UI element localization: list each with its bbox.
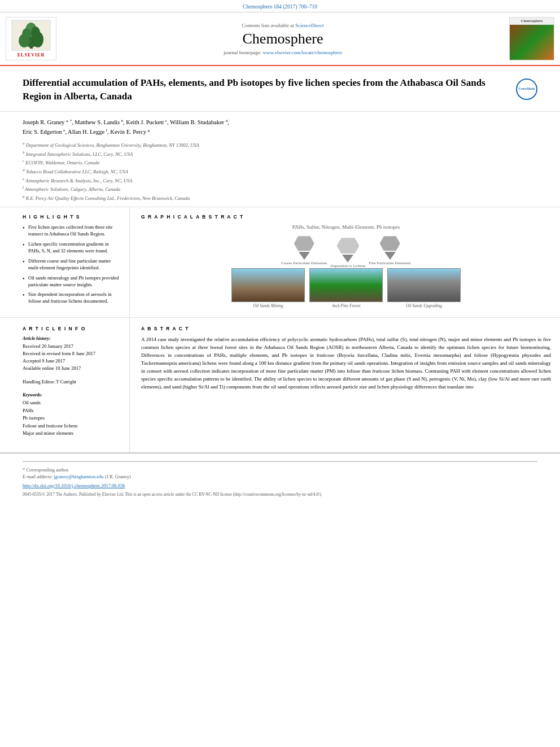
highlight-item-1: Five lichen species collected from three… <box>23 224 120 238</box>
article-info-abstract-section: A R T I C L E I N F O Article history: R… <box>0 318 560 453</box>
ga-label-fine: Fine Particulate Emissions <box>369 261 411 265</box>
keywords-block: Keywords: Oil sands PAHs Pb isotopes Fol… <box>23 392 120 438</box>
article-info-heading: A R T I C L E I N F O <box>23 326 120 331</box>
keywords-label: Keywords: <box>23 392 120 397</box>
author-percy: Kevin E. Percy <box>110 129 146 135</box>
ga-photos-row: Oil Sands Mining Jack Pine Forest Oil Sa… <box>141 268 551 311</box>
graphical-abstract-heading: G R A P H I C A L A B S T R A C T <box>141 214 551 220</box>
ga-arrows-row: Coarse Particulate Emissions Deposition … <box>141 233 551 268</box>
affiliation-a: a Department of Geological Sciences, Bin… <box>23 141 537 149</box>
authors-section: Joseph R. Graney a, *, Matthew S. Landis… <box>0 112 560 208</box>
highlight-item-4: Oil sands mineralogy and Pb isotopes pro… <box>23 275 120 289</box>
handling-editor: Handling Editor: T Cutright <box>23 378 120 386</box>
highlights-column: H I G H L I G H T S Five lichen species … <box>0 207 130 317</box>
affiliation-e: e Atmospheric Research & Analysis, Inc.,… <box>23 176 537 185</box>
journal-header: ELSEVIER Contents lists available at Sci… <box>0 12 560 66</box>
affiliation-d: d Tobacco Road Collaborative LLC, Raleig… <box>23 167 537 176</box>
email-line: E-mail address: jgraney@binghamton.edu (… <box>23 474 537 479</box>
keyword-3: Pb isotopes <box>23 414 120 422</box>
keywords-list: Oil sands PAHs Pb isotopes Foliose and f… <box>23 399 120 438</box>
revised-date: Received in revised form 8 June 2017 <box>23 350 120 357</box>
highlight-item-2: Lichen specific concentration gradients … <box>23 241 120 255</box>
article-title-container: Differential accumulation of PAHs, eleme… <box>23 76 509 103</box>
keyword-2: PAHs <box>23 407 120 415</box>
history-label: Article history: <box>23 336 120 341</box>
abstract-heading: A B S T R A C T <box>141 326 551 331</box>
affiliation-f: f Atmospheric Solutions, Calgary, Albert… <box>23 185 537 193</box>
affiliation-g: g K.E. Percy Air Quality Effects Consult… <box>23 194 537 202</box>
ga-shape-right <box>380 236 400 251</box>
email-label: E-mail address: <box>23 474 53 479</box>
available-online-date: Available online 10 June 2017 <box>23 365 120 372</box>
journal-homepage: journal homepage: www.elsevier.com/locat… <box>224 50 342 55</box>
journal-homepage-link[interactable]: www.elsevier.com/locate/chemosphere <box>263 50 342 55</box>
journal-title-center: Contents lists available at ScienceDirec… <box>62 17 504 60</box>
ga-shape-left <box>294 236 314 251</box>
email-person: (J.R. Graney) <box>105 474 131 479</box>
journal-cover-thumbnail: Chemosphere <box>509 17 554 60</box>
ga-arrow-center <box>342 255 353 263</box>
authors-line: Joseph R. Graney a, *, Matthew S. Landis… <box>23 117 537 138</box>
ga-shape-center <box>336 238 359 254</box>
ga-image-forest <box>309 268 383 302</box>
article-title: Differential accumulation of PAHs, eleme… <box>23 76 509 103</box>
ga-arrow-coarse: Coarse Particulate Emissions <box>281 236 327 265</box>
svg-point-7 <box>31 27 40 39</box>
cover-image <box>510 25 554 60</box>
highlight-item-3: Different coarse and fine particulate ma… <box>23 258 120 272</box>
ga-label-coarse: Coarse Particulate Emissions <box>281 261 327 265</box>
ga-label-deposition: Deposition to Lichens <box>331 264 366 268</box>
affiliations-list: a Department of Geological Sciences, Bin… <box>23 141 537 202</box>
author-legge: Allan H. Legge <box>68 129 104 135</box>
page: Chemosphere 184 (2017) 700–710 ELSEVIER <box>0 0 560 747</box>
email-link[interactable]: jgraney@binghamton.edu <box>54 474 103 479</box>
article-history-block: Article history: Received 20 January 201… <box>23 336 120 372</box>
ga-arrow-left <box>299 252 310 260</box>
crossmark-badge[interactable]: CrossMark <box>516 78 537 100</box>
doi-link[interactable]: http://dx.doi.org/10.1016/j.chemosphere.… <box>23 483 537 488</box>
received-date: Received 20 January 2017 <box>23 343 120 350</box>
thumb-title: Chemosphere <box>510 18 554 25</box>
accepted-date: Accepted 9 June 2017 <box>23 357 120 365</box>
elsevier-tree-graphic <box>11 20 51 51</box>
ga-arrow-fine: Fine Particulate Emissions <box>369 236 411 265</box>
author-graney: Joseph R. Graney <box>23 119 64 125</box>
ga-label-forest: Jack Pine Forest <box>332 303 361 308</box>
keyword-1: Oil sands <box>23 399 120 407</box>
abstract-text: A 2014 case study investigated the relat… <box>141 336 551 391</box>
keyword-5: Major and minor elements <box>23 430 120 438</box>
abstract-column: A B S T R A C T A 2014 case study invest… <box>130 318 560 452</box>
ga-label-upgrading: Oil Sands Upgrading <box>406 303 442 308</box>
elsevier-brand-name: ELSEVIER <box>18 53 45 58</box>
author-puckett: Keith J. Puckett <box>126 119 164 125</box>
ga-image-upgrading <box>387 268 461 302</box>
highlights-graphical-section: H I G H L I G H T S Five lichen species … <box>0 207 560 318</box>
ga-labels-bar: PAHs, Sulfur, Nitrogen, Multi-Elements, … <box>141 224 551 230</box>
author-edgerton: Eric S. Edgerton <box>23 129 62 135</box>
ga-arrow-deposition: Deposition to Lichens <box>331 238 366 268</box>
crossmark-icon[interactable]: CrossMark <box>516 78 537 100</box>
ga-photo-forest: Jack Pine Forest <box>309 268 383 311</box>
footer-rule <box>23 461 537 462</box>
author-landis: Matthew S. Landis <box>75 119 120 125</box>
graphical-abstract-column: G R A P H I C A L A B S T R A C T PAHs, … <box>130 207 560 317</box>
science-direct-text: Contents lists available at ScienceDirec… <box>242 23 324 28</box>
journal-name: Chemosphere <box>243 30 323 47</box>
journal-reference-bar: Chemosphere 184 (2017) 700–710 <box>0 0 560 12</box>
highlights-list: Five lichen species collected from three… <box>23 224 120 305</box>
svg-point-6 <box>22 28 31 40</box>
ga-label-oilsands: Oil Sands Mining <box>253 303 283 308</box>
graphical-abstract-diagram: PAHs, Sulfur, Nitrogen, Multi-Elements, … <box>141 224 551 311</box>
article-title-section: Differential accumulation of PAHs, eleme… <box>0 66 560 112</box>
copyright-text: 0045-6535/© 2017 The Authors. Published … <box>23 492 537 498</box>
corresponding-author-note: * Corresponding author. <box>23 466 537 474</box>
elsevier-logo: ELSEVIER <box>6 17 56 60</box>
handling-editor-block: Handling Editor: T Cutright <box>23 378 120 386</box>
article-info-column: A R T I C L E I N F O Article history: R… <box>0 318 130 452</box>
journal-ref-link[interactable]: Chemosphere 184 (2017) 700–710 <box>243 4 317 10</box>
ga-photo-upgrading: Oil Sands Upgrading <box>387 268 461 311</box>
science-direct-link[interactable]: ScienceDirect <box>295 23 323 28</box>
ga-arrow-right <box>384 252 396 260</box>
keyword-4: Foliose and fruticose lichens <box>23 422 120 430</box>
author-studabaker: William B. Studabaker <box>170 119 224 125</box>
